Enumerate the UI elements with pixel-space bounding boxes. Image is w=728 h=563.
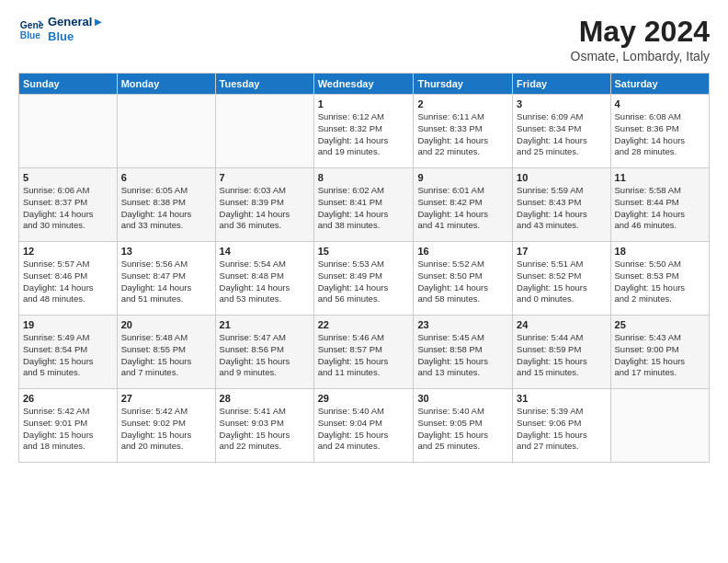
calendar-cell: 2Sunrise: 6:11 AMSunset: 8:33 PMDaylight… xyxy=(414,95,513,168)
weekday-header-tuesday: Tuesday xyxy=(215,74,313,95)
day-info: Sunrise: 5:54 AMSunset: 8:48 PMDaylight:… xyxy=(220,259,310,305)
calendar-header-row: SundayMondayTuesdayWednesdayThursdayFrid… xyxy=(19,74,710,95)
header: General Blue General► Blue May 2024 Osma… xyxy=(18,15,710,63)
calendar-cell: 30Sunrise: 5:40 AMSunset: 9:05 PMDayligh… xyxy=(414,389,513,463)
day-number: 29 xyxy=(318,393,410,404)
day-info: Sunrise: 6:01 AMSunset: 8:42 PMDaylight:… xyxy=(417,185,508,232)
calendar-cell: 23Sunrise: 5:45 AMSunset: 8:58 PMDayligh… xyxy=(414,316,513,389)
day-number: 23 xyxy=(417,319,508,330)
day-number: 8 xyxy=(318,172,410,183)
calendar-cell: 15Sunrise: 5:53 AMSunset: 8:49 PMDayligh… xyxy=(313,242,414,316)
day-number: 27 xyxy=(121,393,211,404)
day-info: Sunrise: 5:58 AMSunset: 8:44 PMDaylight:… xyxy=(615,185,705,232)
calendar-cell: 11Sunrise: 5:58 AMSunset: 8:44 PMDayligh… xyxy=(610,168,709,242)
calendar-cell: 12Sunrise: 5:57 AMSunset: 8:46 PMDayligh… xyxy=(19,242,118,316)
day-info: Sunrise: 5:44 AMSunset: 8:59 PMDaylight:… xyxy=(517,332,606,379)
day-number: 10 xyxy=(517,172,606,183)
calendar-cell: 8Sunrise: 6:02 AMSunset: 8:41 PMDaylight… xyxy=(313,168,414,242)
calendar-week-4: 19Sunrise: 5:49 AMSunset: 8:54 PMDayligh… xyxy=(19,316,710,389)
day-info: Sunrise: 5:57 AMSunset: 8:46 PMDaylight:… xyxy=(23,259,113,305)
weekday-header-monday: Monday xyxy=(117,74,215,95)
day-number: 5 xyxy=(23,172,113,183)
day-info: Sunrise: 6:02 AMSunset: 8:41 PMDaylight:… xyxy=(318,185,410,232)
location: Osmate, Lombardy, Italy xyxy=(571,49,710,63)
calendar-cell: 22Sunrise: 5:46 AMSunset: 8:57 PMDayligh… xyxy=(313,316,414,389)
weekday-header-saturday: Saturday xyxy=(610,74,709,95)
day-info: Sunrise: 6:12 AMSunset: 8:32 PMDaylight:… xyxy=(318,111,410,158)
calendar-cell xyxy=(117,95,215,168)
day-info: Sunrise: 5:51 AMSunset: 8:52 PMDaylight:… xyxy=(517,259,606,305)
calendar-table: SundayMondayTuesdayWednesdayThursdayFrid… xyxy=(18,73,710,463)
day-info: Sunrise: 6:03 AMSunset: 8:39 PMDaylight:… xyxy=(220,185,310,232)
calendar-cell: 19Sunrise: 5:49 AMSunset: 8:54 PMDayligh… xyxy=(19,316,118,389)
title-block: May 2024 Osmate, Lombardy, Italy xyxy=(571,15,710,63)
day-info: Sunrise: 5:49 AMSunset: 8:54 PMDaylight:… xyxy=(23,332,113,379)
calendar-cell: 3Sunrise: 6:09 AMSunset: 8:34 PMDaylight… xyxy=(513,95,610,168)
day-info: Sunrise: 5:42 AMSunset: 9:01 PMDaylight:… xyxy=(23,406,113,453)
day-number: 1 xyxy=(318,98,410,109)
day-number: 30 xyxy=(417,393,508,404)
calendar-cell: 6Sunrise: 6:05 AMSunset: 8:38 PMDaylight… xyxy=(117,168,215,242)
calendar-cell: 20Sunrise: 5:48 AMSunset: 8:55 PMDayligh… xyxy=(117,316,215,389)
calendar-cell xyxy=(19,95,118,168)
calendar-cell xyxy=(215,95,313,168)
day-info: Sunrise: 5:43 AMSunset: 9:00 PMDaylight:… xyxy=(615,332,705,379)
logo-text: General► Blue xyxy=(48,15,104,43)
day-number: 17 xyxy=(517,246,606,257)
calendar-cell: 26Sunrise: 5:42 AMSunset: 9:01 PMDayligh… xyxy=(19,389,118,463)
calendar-cell: 21Sunrise: 5:47 AMSunset: 8:56 PMDayligh… xyxy=(215,316,313,389)
day-info: Sunrise: 5:42 AMSunset: 9:02 PMDaylight:… xyxy=(121,406,211,453)
day-number: 12 xyxy=(23,246,113,257)
calendar-cell: 18Sunrise: 5:50 AMSunset: 8:53 PMDayligh… xyxy=(610,242,709,316)
month-year: May 2024 xyxy=(571,15,710,49)
day-number: 18 xyxy=(615,246,705,257)
calendar-cell: 28Sunrise: 5:41 AMSunset: 9:03 PMDayligh… xyxy=(215,389,313,463)
day-number: 16 xyxy=(417,246,508,257)
day-number: 28 xyxy=(220,393,310,404)
day-info: Sunrise: 5:45 AMSunset: 8:58 PMDaylight:… xyxy=(417,332,508,379)
day-number: 6 xyxy=(121,172,211,183)
calendar-cell: 5Sunrise: 6:06 AMSunset: 8:37 PMDaylight… xyxy=(19,168,118,242)
day-number: 9 xyxy=(417,172,508,183)
day-info: Sunrise: 5:50 AMSunset: 8:53 PMDaylight:… xyxy=(615,259,705,305)
day-number: 13 xyxy=(121,246,211,257)
day-number: 7 xyxy=(220,172,310,183)
day-info: Sunrise: 5:46 AMSunset: 8:57 PMDaylight:… xyxy=(318,332,410,379)
day-info: Sunrise: 5:40 AMSunset: 9:05 PMDaylight:… xyxy=(417,406,508,453)
calendar-cell: 31Sunrise: 5:39 AMSunset: 9:06 PMDayligh… xyxy=(513,389,610,463)
day-info: Sunrise: 5:40 AMSunset: 9:04 PMDaylight:… xyxy=(318,406,410,453)
day-info: Sunrise: 5:52 AMSunset: 8:50 PMDaylight:… xyxy=(417,259,508,305)
day-number: 11 xyxy=(615,172,705,183)
weekday-header-sunday: Sunday xyxy=(19,74,118,95)
day-info: Sunrise: 6:08 AMSunset: 8:36 PMDaylight:… xyxy=(615,111,705,158)
page: General Blue General► Blue May 2024 Osma… xyxy=(0,0,728,563)
day-info: Sunrise: 5:56 AMSunset: 8:47 PMDaylight:… xyxy=(121,259,211,305)
calendar-cell: 7Sunrise: 6:03 AMSunset: 8:39 PMDaylight… xyxy=(215,168,313,242)
calendar-cell: 14Sunrise: 5:54 AMSunset: 8:48 PMDayligh… xyxy=(215,242,313,316)
calendar-cell: 29Sunrise: 5:40 AMSunset: 9:04 PMDayligh… xyxy=(313,389,414,463)
calendar-week-3: 12Sunrise: 5:57 AMSunset: 8:46 PMDayligh… xyxy=(19,242,710,316)
day-info: Sunrise: 5:41 AMSunset: 9:03 PMDaylight:… xyxy=(220,406,310,453)
day-info: Sunrise: 5:59 AMSunset: 8:43 PMDaylight:… xyxy=(517,185,606,232)
day-number: 24 xyxy=(517,319,606,330)
calendar-cell: 25Sunrise: 5:43 AMSunset: 9:00 PMDayligh… xyxy=(610,316,709,389)
day-number: 25 xyxy=(615,319,705,330)
day-info: Sunrise: 6:09 AMSunset: 8:34 PMDaylight:… xyxy=(517,111,606,158)
logo-icon: General Blue xyxy=(18,17,44,42)
calendar-cell xyxy=(610,389,709,463)
day-number: 19 xyxy=(23,319,113,330)
day-info: Sunrise: 6:05 AMSunset: 8:38 PMDaylight:… xyxy=(121,185,211,232)
day-number: 4 xyxy=(615,98,705,109)
calendar-cell: 9Sunrise: 6:01 AMSunset: 8:42 PMDaylight… xyxy=(414,168,513,242)
calendar-cell: 1Sunrise: 6:12 AMSunset: 8:32 PMDaylight… xyxy=(313,95,414,168)
calendar-cell: 16Sunrise: 5:52 AMSunset: 8:50 PMDayligh… xyxy=(414,242,513,316)
day-number: 26 xyxy=(23,393,113,404)
calendar-cell: 10Sunrise: 5:59 AMSunset: 8:43 PMDayligh… xyxy=(513,168,610,242)
logo: General Blue General► Blue xyxy=(18,15,104,43)
day-number: 3 xyxy=(517,98,606,109)
weekday-header-thursday: Thursday xyxy=(414,74,513,95)
calendar-cell: 27Sunrise: 5:42 AMSunset: 9:02 PMDayligh… xyxy=(117,389,215,463)
day-number: 2 xyxy=(417,98,508,109)
weekday-header-friday: Friday xyxy=(513,74,610,95)
day-info: Sunrise: 5:48 AMSunset: 8:55 PMDaylight:… xyxy=(121,332,211,379)
